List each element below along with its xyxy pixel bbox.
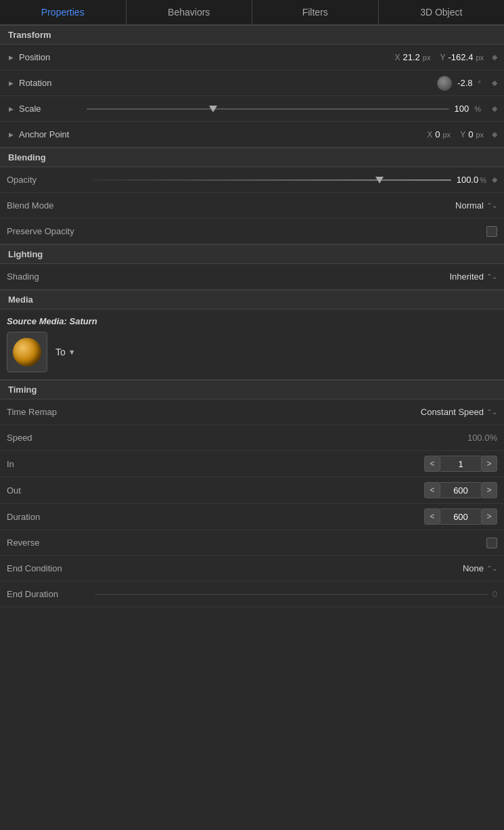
opacity-keyframe-icon[interactable]: ◆	[492, 175, 497, 184]
out-increment-button[interactable]: >	[481, 482, 497, 498]
end-condition-arrows[interactable]: ⌃⌄	[486, 565, 497, 572]
shading-arrows[interactable]: ⌃⌄	[486, 274, 497, 280]
end-duration-value: 0	[492, 589, 497, 599]
blending-section-header: Blending	[0, 148, 504, 167]
opacity-label: Opacity	[7, 175, 88, 185]
preserve-opacity-label: Preserve Opacity	[7, 226, 88, 236]
end-duration-label: End Duration	[7, 589, 88, 599]
to-dropdown[interactable]: To ▼	[55, 347, 76, 357]
duration-stepper: < 600 >	[424, 508, 497, 525]
source-name: Saturn	[69, 316, 97, 326]
anchor-point-row: ▶ Anchor Point X 0 px Y 0 px ◆	[0, 122, 504, 148]
rotation-keyframe-icon[interactable]: ◆	[492, 79, 497, 87]
time-remap-selector[interactable]: Constant Speed ⌃⌄	[421, 407, 497, 417]
tab-properties[interactable]: Properties	[0, 0, 127, 24]
opacity-unit: %	[480, 176, 486, 184]
opacity-value[interactable]: 100.0	[457, 175, 479, 185]
in-label: In	[7, 459, 88, 469]
scale-keyframe-icon[interactable]: ◆	[492, 104, 497, 113]
out-row: Out < 600 >	[0, 477, 504, 504]
blend-mode-selector[interactable]: Normal ⌃⌄	[455, 200, 497, 211]
preserve-opacity-row: Preserve Opacity	[0, 219, 504, 244]
blend-mode-arrows[interactable]: ⌃⌄	[486, 202, 497, 209]
position-row: ▶ Position X 21.2 px Y -162.4 px ◆	[0, 45, 504, 70]
blend-mode-row: Blend Mode Normal ⌃⌄	[0, 193, 504, 219]
scale-value[interactable]: 100	[455, 104, 469, 114]
position-x-label: X	[395, 53, 400, 62]
lighting-section-header: Lighting	[0, 244, 504, 264]
in-value[interactable]: 1	[440, 456, 481, 472]
scale-row: ▶ Scale 100 % ◆	[0, 96, 504, 122]
blend-mode-value: Normal	[455, 200, 484, 211]
anchor-keyframe-icon[interactable]: ◆	[492, 130, 497, 139]
source-prefix: Source Media:	[7, 316, 67, 326]
anchor-x-unit: px	[443, 131, 451, 139]
rotation-value[interactable]: -2.8	[457, 78, 472, 88]
tab-behaviors[interactable]: Behaviors	[127, 0, 253, 24]
in-decrement-button[interactable]: <	[424, 456, 440, 472]
reverse-row: Reverse	[0, 530, 504, 556]
opacity-row: Opacity 100.0 % ◆	[0, 167, 504, 193]
end-condition-row: End Condition None ⌃⌄	[0, 556, 504, 582]
out-label: Out	[7, 485, 88, 496]
scale-unit: %	[474, 105, 481, 113]
position-expand-icon[interactable]: ▶	[7, 53, 15, 62]
end-condition-label: End Condition	[7, 563, 88, 573]
out-decrement-button[interactable]: <	[424, 482, 440, 498]
shading-label: Shading	[7, 271, 88, 282]
anchor-x-label: X	[427, 130, 432, 139]
scale-label: Scale	[19, 104, 80, 114]
end-duration-slider	[95, 594, 488, 595]
scale-expand-icon[interactable]: ▶	[7, 105, 15, 113]
duration-value[interactable]: 600	[440, 508, 481, 525]
speed-row: Speed 100.0%	[0, 425, 504, 451]
to-label: To	[55, 347, 66, 357]
rotation-unit: °	[478, 79, 481, 87]
in-row: In < 1 >	[0, 451, 504, 477]
anchor-y-label: Y	[460, 130, 465, 139]
position-keyframe-icon[interactable]: ◆	[492, 53, 497, 62]
position-y-label: Y	[440, 53, 445, 62]
anchor-y-value[interactable]: 0	[468, 129, 473, 139]
reverse-checkbox[interactable]	[486, 538, 497, 548]
planet-thumbnail[interactable]	[7, 332, 47, 372]
position-x-value[interactable]: 21.2	[403, 52, 420, 62]
duration-label: Duration	[7, 512, 88, 522]
time-remap-arrows[interactable]: ⌃⌄	[486, 409, 497, 416]
anchor-y-unit: px	[476, 131, 484, 139]
position-y-value[interactable]: -162.4	[449, 52, 474, 62]
time-remap-value: Constant Speed	[421, 407, 484, 417]
shading-selector[interactable]: Inherited ⌃⌄	[449, 271, 497, 282]
shading-row: Shading Inherited ⌃⌄	[0, 264, 504, 290]
end-condition-value: None	[463, 563, 484, 573]
reverse-label: Reverse	[7, 538, 88, 548]
anchor-expand-icon[interactable]: ▶	[7, 131, 15, 139]
in-increment-button[interactable]: >	[481, 456, 497, 472]
preserve-opacity-checkbox[interactable]	[486, 226, 497, 237]
end-condition-selector[interactable]: None ⌃⌄	[463, 563, 497, 573]
duration-increment-button[interactable]: >	[481, 508, 497, 525]
opacity-slider[interactable]	[93, 179, 451, 181]
speed-value[interactable]: 100.0%	[467, 433, 497, 443]
anchor-x-value[interactable]: 0	[435, 129, 440, 139]
media-section-header: Media	[0, 290, 504, 309]
planet-icon	[13, 338, 41, 366]
duration-decrement-button[interactable]: <	[424, 508, 440, 525]
tab-3d-object[interactable]: 3D Object	[379, 0, 505, 24]
time-remap-row: Time Remap Constant Speed ⌃⌄	[0, 399, 504, 425]
position-y-unit: px	[476, 53, 484, 62]
tab-filters[interactable]: Filters	[252, 0, 379, 24]
tab-bar: Properties Behaviors Filters 3D Object	[0, 0, 504, 25]
end-duration-row: End Duration 0	[0, 582, 504, 607]
rotation-expand-icon[interactable]: ▶	[7, 79, 15, 87]
out-value[interactable]: 600	[440, 482, 481, 498]
rotation-row: ▶ Rotation -2.8 ° ◆	[0, 70, 504, 96]
media-row: To ▼	[7, 332, 497, 372]
transform-section-header: Transform	[0, 25, 504, 45]
rotation-knob[interactable]	[437, 76, 452, 91]
to-dropdown-arrow[interactable]: ▼	[68, 348, 76, 356]
anchor-label: Anchor Point	[19, 129, 80, 139]
timing-section-header: Timing	[0, 380, 504, 399]
in-stepper: < 1 >	[424, 456, 497, 472]
scale-slider[interactable]	[87, 108, 449, 110]
